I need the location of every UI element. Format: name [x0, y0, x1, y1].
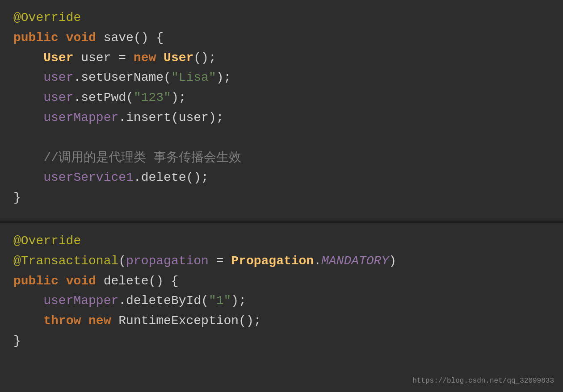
kw-public: public: [13, 28, 66, 48]
dot-sp: .: [73, 88, 81, 108]
method-deletebyid: deleteById(: [126, 291, 209, 311]
kw-throw: throw: [43, 311, 88, 331]
indent-ins: [13, 108, 43, 128]
line-deletebyid: userMapper.deleteById("1");: [13, 291, 550, 311]
indent-dbi: [13, 291, 43, 311]
type-user: User: [43, 48, 81, 68]
type-user2: User: [164, 48, 193, 68]
kw-new1: new: [134, 48, 164, 68]
line-throw: throw new RuntimeException();: [13, 311, 550, 331]
brace-close2: }: [13, 331, 21, 351]
line-close1: }: [13, 188, 550, 208]
method-insert: insert(user);: [126, 108, 223, 128]
annotation-override2: @Override: [13, 231, 81, 251]
method-setpwd: setPwd(: [81, 88, 134, 108]
indent-throw: [13, 311, 43, 331]
paren-open-t: (: [118, 251, 126, 271]
method-delete-call: delete();: [141, 168, 209, 188]
close-su: );: [216, 68, 231, 88]
paren-close-t: ): [389, 251, 396, 271]
comment-text: //调用的是代理类 事务传播会生效: [13, 148, 241, 168]
param-propagation: propagation: [126, 251, 209, 271]
code-block-bottom: @Override @Transactional(propagation = P…: [0, 223, 563, 392]
dot-ins: .: [118, 108, 126, 128]
line-comment: //调用的是代理类 事务传播会生效: [13, 148, 550, 168]
val-mandatory: MANDATORY: [321, 251, 389, 271]
method-setusername: setUserName(: [81, 68, 171, 88]
line-delete-call: userService1.delete();: [13, 168, 550, 188]
line-insert: userMapper.insert(user);: [13, 108, 550, 128]
line-delete-sig: public void delete() {: [13, 271, 550, 292]
line-setpwd: user.setPwd("123");: [13, 88, 550, 108]
paren-user: ();: [193, 48, 216, 68]
indent-dc: [13, 168, 43, 188]
empty-line1: [13, 128, 550, 148]
str-1: "1": [209, 291, 231, 311]
user-ref1: user: [43, 68, 73, 88]
method-save: save() {: [104, 28, 164, 48]
userservice-ref: userService1: [43, 168, 134, 188]
dot-dc: .: [134, 168, 141, 188]
method-delete: delete() {: [104, 271, 179, 292]
usermapper-ref2: userMapper: [43, 291, 118, 311]
line-save-sig: public void save() {: [13, 28, 550, 48]
annotation-override1: @Override: [13, 8, 81, 28]
kw-new2: new: [88, 311, 118, 331]
line-setusername: user.setUserName("Lisa");: [13, 68, 550, 88]
indent-su: [13, 68, 43, 88]
var-user: user =: [81, 48, 134, 68]
class-runtimeexception: RuntimeException();: [118, 311, 261, 331]
line-close2: }: [13, 331, 550, 351]
kw-void: void: [66, 28, 104, 48]
line-override2: @Override: [13, 231, 550, 251]
line-user-decl: User user = new User();: [13, 48, 550, 68]
indent-user: [13, 48, 43, 68]
line-override1: @Override: [13, 8, 550, 28]
dot-su: .: [73, 68, 81, 88]
annotation-transactional: @Transactional: [13, 251, 118, 271]
str-123: "123": [134, 88, 171, 108]
indent-sp: [13, 88, 43, 108]
kw-void2: void: [66, 271, 104, 292]
close-dbi: );: [231, 291, 246, 311]
class-propagation: Propagation: [231, 251, 314, 271]
line-transactional: @Transactional(propagation = Propagation…: [13, 251, 550, 271]
code-container: @Override public void save() { User user…: [0, 0, 563, 392]
close-sp: );: [171, 88, 186, 108]
str-lisa: "Lisa": [171, 68, 216, 88]
dot-t: .: [314, 251, 321, 271]
usermapper-ref: userMapper: [43, 108, 118, 128]
dot-dbi: .: [118, 291, 126, 311]
watermark: https://blog.csdn.net/qq_32099833: [412, 375, 554, 387]
brace-close1: }: [13, 188, 21, 208]
user-ref2: user: [43, 88, 73, 108]
code-block-top: @Override public void save() { User user…: [0, 0, 563, 223]
kw-public2: public: [13, 271, 66, 292]
eq-t: =: [209, 251, 231, 271]
